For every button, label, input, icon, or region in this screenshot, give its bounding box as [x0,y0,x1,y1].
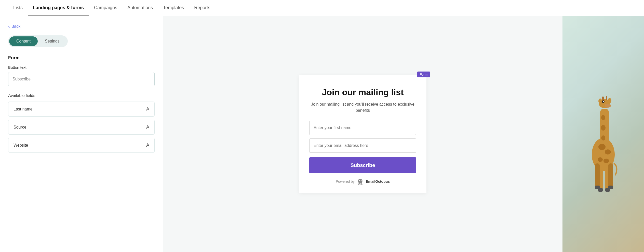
svg-point-6 [605,104,611,108]
nav-lists[interactable]: Lists [8,0,28,16]
svg-point-27 [601,135,605,141]
svg-point-2 [361,180,362,181]
svg-point-22 [605,149,611,155]
form-preview-container: Form Join our mailing list Join our mail… [163,16,562,252]
main-area: Back Content Settings Form Button text A… [0,16,644,252]
powered-by-text: Powered by [336,179,355,184]
svg-rect-19 [595,186,600,189]
field-last-name: Last name A [8,102,155,117]
giraffe-image-panel [562,16,644,252]
svg-point-8 [603,101,604,102]
preview-area: Form Join our mailing list Join our mail… [163,16,644,252]
button-text-label: Button text [8,65,155,69]
first-name-input[interactable] [309,121,416,135]
field-source-icon: A [146,124,149,130]
top-nav: Lists Landing pages & forms Campaigns Au… [0,0,644,16]
form-badge: Form [417,72,430,77]
form-subtitle: Join our mailing list and you'll receive… [309,101,416,114]
nav-templates[interactable]: Templates [158,0,189,16]
svg-rect-9 [602,96,604,101]
field-source-label: Source [14,125,26,130]
svg-point-24 [603,159,609,163]
back-button[interactable]: Back [8,23,155,29]
svg-rect-20 [608,186,613,189]
settings-tab[interactable]: Settings [38,36,67,46]
brand-name: EmailOctopus [366,179,390,184]
button-text-input[interactable] [8,72,155,86]
field-website-icon: A [146,143,149,148]
svg-point-0 [358,179,363,184]
form-card: Form Join our mailing list Join our mail… [299,75,426,193]
field-website-label: Website [14,143,28,148]
nav-reports[interactable]: Reports [189,0,215,16]
form-section-title: Form [8,55,155,61]
sidebar: Back Content Settings Form Button text A… [0,16,163,252]
svg-rect-16 [608,163,613,188]
form-heading: Join our mailing list [309,87,416,97]
field-source: Source A [8,120,155,135]
giraffe-illustration [562,16,644,252]
svg-point-26 [601,125,606,131]
svg-point-25 [601,115,605,120]
svg-rect-15 [595,163,600,188]
svg-point-11 [598,99,602,104]
emailoctopus-logo-icon [357,178,364,185]
svg-point-21 [598,144,606,150]
nav-landing-pages[interactable]: Landing pages & forms [28,0,89,16]
field-website: Website A [8,138,155,153]
nav-campaigns[interactable]: Campaigns [89,0,122,16]
nav-automations[interactable]: Automations [122,0,158,16]
available-fields-label: Available fields [8,93,155,98]
svg-point-23 [598,157,603,162]
content-tab[interactable]: Content [9,36,38,46]
svg-point-12 [608,98,611,103]
powered-by: Powered by EmailOctopus [309,178,416,185]
email-input[interactable] [309,138,416,153]
field-last-name-icon: A [146,106,149,112]
subscribe-button[interactable]: Subscribe [309,157,416,173]
svg-rect-10 [606,96,607,100]
content-settings-toggle: Content Settings [8,35,68,47]
svg-point-1 [359,180,360,181]
field-last-name-label: Last name [14,107,33,111]
